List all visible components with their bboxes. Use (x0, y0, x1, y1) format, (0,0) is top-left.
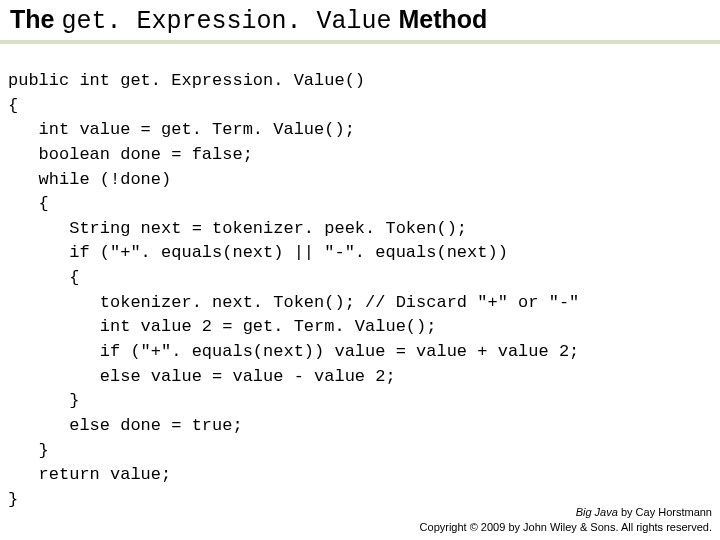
code-block: public int get. Expression. Value() { in… (8, 69, 579, 513)
footer-copyright: Copyright © 2009 by John Wiley & Sons. A… (420, 520, 712, 534)
title-method-name: get. Expression. Value (61, 7, 391, 36)
book-title: Big Java (576, 506, 618, 518)
title-prefix: The (10, 5, 61, 33)
title-suffix: Method (391, 5, 487, 33)
book-author: by Cay Horstmann (618, 506, 712, 518)
footer-line-1: Big Java by Cay Horstmann (420, 505, 712, 519)
slide: The get. Expression. Value Method public… (0, 0, 720, 540)
footer: Big Java by Cay Horstmann Copyright © 20… (420, 505, 712, 534)
slide-title: The get. Expression. Value Method (10, 5, 487, 36)
title-underline (0, 40, 720, 44)
